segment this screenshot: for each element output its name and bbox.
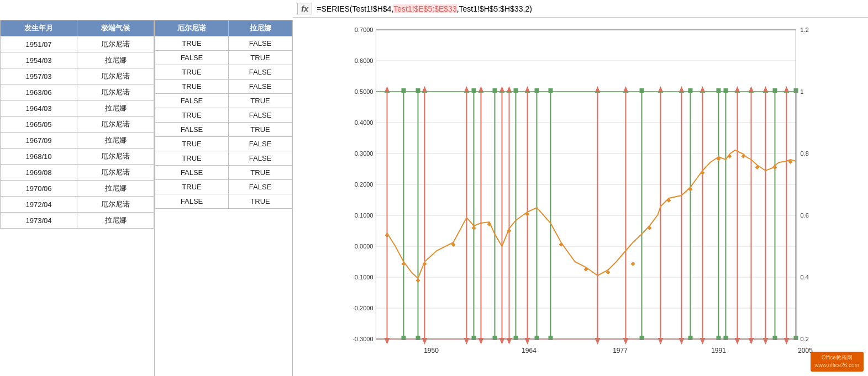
svg-text:0.7000: 0.7000 [355, 27, 373, 33]
climate-cell: 厄尔尼诺 [77, 36, 154, 52]
year-month-cell: 1957/03 [1, 68, 77, 84]
elnino-bool-cell: TRUE [155, 151, 229, 166]
year-month-cell: 1965/05 [1, 116, 77, 133]
elnino-bool-cell: FALSE [155, 51, 229, 65]
main-area: 发生年月 极端气候 1951/07厄尔尼诺1954/03拉尼娜1957/03厄尔… [0, 20, 868, 376]
svg-rect-103 [773, 336, 777, 340]
formula-highlight: Test1!$E$5:$E$33 [393, 4, 456, 13]
svg-text:0.4000: 0.4000 [355, 119, 373, 126]
lanina-bool-cell: FALSE [229, 108, 292, 123]
bool-header-elnino: 厄尔尼诺 [155, 20, 229, 36]
year-month-cell: 1972/04 [1, 197, 77, 213]
left-header-year: 发生年月 [1, 20, 77, 36]
left-header-climate: 极端气候 [77, 20, 154, 36]
year-month-cell: 1963/06 [1, 84, 77, 100]
formula-text: =SERIES(Test1!$H$4,Test1!$E$5:$E$33,Test… [317, 4, 532, 13]
bool-table: 厄尔尼诺 拉尼娜 TRUEFALSEFALSETRUETRUEFALSETRUE… [155, 20, 292, 209]
table-row: 1968/10厄尔尼诺 [1, 149, 154, 165]
fx-icon: fx [297, 3, 312, 14]
elnino-bool-cell: TRUE [155, 65, 229, 80]
elnino-bool-cell: TRUE [155, 36, 229, 51]
lanina-bool-cell: FALSE [229, 36, 292, 51]
svg-text:-0.1000: -0.1000 [353, 274, 373, 280]
svg-text:1.2: 1.2 [801, 27, 809, 33]
svg-rect-81 [472, 88, 476, 93]
year-month-cell: 1951/07 [1, 36, 77, 52]
table-row: 1957/03厄尔尼诺 [1, 68, 154, 84]
bool-row: TRUEFALSE [155, 151, 292, 166]
svg-rect-101 [717, 336, 721, 340]
climate-cell: 厄尔尼诺 [77, 68, 154, 84]
table-row: 1951/07厄尔尼诺 [1, 36, 154, 52]
svg-rect-80 [416, 88, 420, 93]
svg-rect-83 [514, 88, 518, 93]
year-month-cell: 1964/03 [1, 100, 77, 116]
formula-suffix: ,Test1!$H$5:$H$33,2) [457, 4, 532, 13]
bool-row: FALSETRUE [155, 166, 292, 180]
svg-text:1950: 1950 [424, 347, 439, 354]
elnino-bool-cell: TRUE [155, 108, 229, 123]
lanina-bool-cell: FALSE [229, 151, 292, 166]
svg-rect-96 [514, 336, 518, 340]
chart-svg: 0.7000 0.6000 0.5000 0.4000 0.3000 0.200… [302, 24, 859, 367]
lanina-bool-cell: FALSE [229, 180, 292, 194]
year-month-cell: 1970/06 [1, 181, 77, 197]
svg-text:1977: 1977 [613, 347, 628, 354]
svg-rect-99 [640, 336, 644, 340]
svg-text:0.2: 0.2 [801, 336, 809, 342]
watermark: Office教程网 www.office26.com [811, 352, 864, 372]
lanina-bool-cell: TRUE [229, 166, 292, 180]
climate-cell: 厄尔尼诺 [77, 149, 154, 165]
svg-text:1991: 1991 [711, 347, 726, 354]
formula-bar: fx =SERIES(Test1!$H$4,Test1!$E$5:$E$33,T… [293, 0, 868, 18]
climate-cell: 拉尼娜 [77, 100, 154, 116]
left-table-container: 发生年月 极端气候 1951/07厄尔尼诺1954/03拉尼娜1957/03厄尔… [0, 20, 155, 376]
bool-row: FALSETRUE [155, 194, 292, 209]
elnino-bool-cell: FALSE [155, 166, 229, 180]
elnino-bool-cell: TRUE [155, 180, 229, 194]
climate-cell: 厄尔尼诺 [77, 197, 154, 213]
svg-rect-94 [472, 336, 476, 340]
climate-cell: 拉尼娜 [77, 52, 154, 68]
lanina-bool-cell: TRUE [229, 94, 292, 108]
lanina-bool-cell: TRUE [229, 194, 292, 209]
table-row: 1964/03拉尼娜 [1, 100, 154, 116]
climate-cell: 厄尔尼诺 [77, 84, 154, 100]
elnino-bool-cell: TRUE [155, 137, 229, 151]
table-row: 1973/04拉尼娜 [1, 213, 154, 229]
svg-rect-86 [640, 88, 644, 93]
table-row: 1963/06厄尔尼诺 [1, 84, 154, 100]
svg-rect-85 [549, 88, 553, 93]
bool-row: FALSETRUE [155, 94, 292, 108]
bool-row: TRUEFALSE [155, 108, 292, 123]
elnino-bool-cell: FALSE [155, 123, 229, 137]
elnino-bool-cell: FALSE [155, 194, 229, 209]
svg-text:0.6: 0.6 [801, 212, 809, 219]
svg-text:0.4: 0.4 [801, 274, 809, 280]
bool-row: TRUEFALSE [155, 80, 292, 94]
bool-header-lanina: 拉尼娜 [229, 20, 292, 36]
climate-cell: 厄尔尼诺 [77, 116, 154, 133]
svg-text:1: 1 [801, 88, 804, 95]
svg-text:0.5000: 0.5000 [355, 88, 373, 95]
svg-rect-82 [493, 88, 497, 93]
bool-row: FALSETRUE [155, 123, 292, 137]
table-row: 1967/09拉尼娜 [1, 133, 154, 149]
lanina-bool-cell: TRUE [229, 123, 292, 137]
watermark-line2: www.office26.com [815, 362, 859, 369]
table-row: 1965/05厄尔尼诺 [1, 116, 154, 133]
table-row: 1970/06拉尼娜 [1, 181, 154, 197]
svg-text:0.8: 0.8 [801, 150, 809, 157]
svg-rect-88 [717, 88, 721, 93]
climate-cell: 拉尼娜 [77, 213, 154, 229]
year-month-cell: 1973/04 [1, 213, 77, 229]
svg-text:0.6000: 0.6000 [355, 57, 373, 64]
year-month-cell: 1969/08 [1, 165, 77, 181]
climate-cell: 拉尼娜 [77, 133, 154, 149]
lanina-bool-cell: TRUE [229, 51, 292, 65]
year-month-cell: 1954/03 [1, 52, 77, 68]
svg-rect-92 [402, 336, 406, 340]
elnino-bool-cell: TRUE [155, 80, 229, 94]
lanina-bool-cell: FALSE [229, 80, 292, 94]
table-row: 1954/03拉尼娜 [1, 52, 154, 68]
